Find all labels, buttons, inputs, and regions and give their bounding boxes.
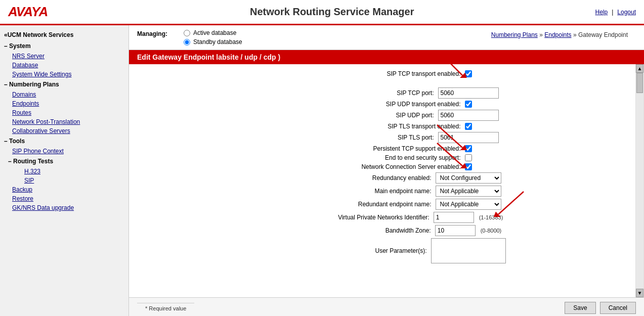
sip-tcp-transport-control — [465, 70, 472, 77]
breadcrumb: Numbering Plans » Endpoints » Gateway En… — [483, 29, 636, 40]
sip-udp-transport-label: SIP UDP transport enabled: — [293, 101, 465, 108]
vpn-id-label: Virtual Private Networks Identifier: — [262, 214, 434, 221]
vpn-id-input[interactable] — [434, 212, 474, 223]
network-connection-checkbox[interactable] — [465, 163, 472, 170]
network-connection-control — [465, 163, 472, 170]
avaya-logo-text: AVAYA — [8, 4, 69, 20]
main-endpoint-row: Main endpoint name: Not Applicable — [129, 186, 635, 197]
scroll-down-button[interactable]: ▼ — [636, 289, 643, 297]
header-sep: | — [612, 9, 613, 16]
main-endpoint-select[interactable]: Not Applicable — [436, 186, 501, 197]
sip-udp-port-label: SIP UDP port: — [266, 112, 438, 119]
user-params-row: User Parameter(s): — [129, 238, 635, 263]
sidebar-item-endpoints[interactable]: Endpoints — [0, 99, 128, 108]
vpn-id-row: Virtual Private Networks Identifier: (1-… — [129, 212, 635, 223]
sip-udp-transport-checkbox[interactable] — [465, 101, 472, 108]
sip-tls-port-label: SIP TLS port: — [266, 134, 438, 141]
sidebar-ucm-section[interactable]: «UCM Network Services — [0, 29, 128, 40]
sidebar-item-collaborative-servers[interactable]: Collaborative Servers — [0, 126, 128, 136]
end-to-end-control — [465, 154, 472, 161]
bandwidth-label: Bandwidth Zone: — [263, 227, 435, 234]
redundant-endpoint-label: Redundant endpoint name: — [264, 201, 436, 208]
standby-database-radio[interactable] — [184, 39, 190, 46]
network-connection-row: Network Connection Server enabled: — [129, 163, 635, 170]
managing-label: Managing: — [137, 29, 167, 37]
active-database-label: Active database — [193, 29, 236, 36]
sip-tcp-port-label: SIP TCP port: — [266, 89, 438, 97]
help-link[interactable]: Help — [595, 9, 608, 16]
breadcrumb-sep2: » — [572, 31, 578, 38]
sip-tcp-transport-checkbox[interactable] — [465, 70, 472, 77]
sip-tls-port-control: 5061 — [438, 132, 499, 143]
form-scroll-area: SIP TCP transport enabled: SIP TCP port: — [129, 64, 635, 297]
end-to-end-checkbox[interactable] — [465, 154, 472, 161]
user-params-textarea[interactable] — [431, 238, 506, 263]
bandwidth-input[interactable] — [435, 225, 476, 236]
vpn-id-control: (1-16383) — [434, 212, 503, 223]
active-database-option[interactable]: Active database — [184, 29, 242, 36]
persistent-tcp-control — [465, 145, 472, 152]
sidebar-item-database[interactable]: Database — [0, 61, 128, 70]
scrollbar[interactable]: ▲ ▼ — [635, 64, 644, 297]
sip-udp-transport-control — [465, 101, 472, 108]
sidebar-item-h323[interactable]: H.323 — [0, 167, 128, 176]
sip-tcp-port-control: 5060 — [438, 87, 499, 99]
sip-udp-transport-row: SIP UDP transport enabled: — [129, 101, 635, 108]
sip-udp-port-control: 5060 — [438, 110, 499, 121]
bandwidth-range: (0-8000) — [481, 228, 502, 234]
save-button[interactable]: Save — [565, 302, 595, 314]
redundant-endpoint-select[interactable]: Not Applicable — [436, 199, 501, 210]
sidebar-item-system-wide[interactable]: System Wide Settings — [0, 70, 128, 79]
sip-tls-port-row: SIP TLS port: 5061 — [129, 132, 635, 143]
standby-database-option[interactable]: Standby database — [184, 38, 242, 46]
redundancy-select[interactable]: Not Configured Applicable Not Applicable — [436, 172, 501, 184]
sidebar-item-backup[interactable]: Backup — [0, 185, 128, 194]
sip-tcp-port-row: SIP TCP port: 5060 — [129, 87, 635, 99]
persistent-tcp-checkbox[interactable] — [465, 145, 472, 152]
sip-tcp-port-input[interactable]: 5060 — [438, 87, 499, 99]
scroll-thumb[interactable] — [636, 73, 643, 93]
scroll-track — [636, 73, 643, 289]
sidebar-item-network-post-translation[interactable]: Network Post-Translation — [0, 117, 128, 126]
breadcrumb-numbering-plans[interactable]: Numbering Plans — [491, 31, 538, 38]
breadcrumb-current: Gateway Endpoint — [578, 31, 628, 38]
redundant-endpoint-control: Not Applicable — [436, 199, 501, 210]
sidebar-item-sip-phone-context[interactable]: SIP Phone Context — [0, 147, 128, 156]
breadcrumb-sep1: » — [538, 31, 544, 38]
scroll-up-button[interactable]: ▲ — [636, 64, 643, 73]
redundancy-row: Redundancy enabled: Not Configured Appli… — [129, 172, 635, 184]
sidebar-item-restore[interactable]: Restore — [0, 194, 128, 203]
sidebar-item-gk-nrs[interactable]: GK/NRS Data upgrade — [0, 203, 128, 212]
logout-link[interactable]: Logout — [617, 9, 636, 16]
header-links: Help | Logout — [595, 9, 636, 16]
sip-udp-port-input[interactable]: 5060 — [438, 110, 499, 121]
user-params-label: User Parameter(s): — [259, 247, 431, 254]
sidebar-item-routes[interactable]: Routes — [0, 108, 128, 117]
sidebar-item-domains[interactable]: Domains — [0, 90, 128, 99]
app-title: Network Routing Service Manager — [69, 6, 595, 18]
sip-tls-transport-control — [465, 123, 472, 130]
sidebar-tools-section: – Tools — [0, 136, 128, 147]
required-note: * Required value — [137, 303, 194, 313]
sidebar-routing-tests-section: Routing Tests — [0, 156, 128, 167]
active-database-radio[interactable] — [184, 30, 190, 36]
main-endpoint-control: Not Applicable — [436, 186, 501, 197]
network-connection-label: Network Connection Server enabled: — [293, 163, 465, 170]
breadcrumb-endpoints[interactable]: Endpoints — [544, 31, 571, 38]
avaya-logo: AVAYA — [8, 4, 69, 20]
sip-tls-port-input[interactable]: 5061 — [438, 132, 499, 143]
sidebar-item-nrs-server[interactable]: NRS Server — [0, 52, 128, 61]
cancel-button[interactable]: Cancel — [600, 302, 636, 314]
sidebar-item-sip[interactable]: SIP — [0, 176, 128, 185]
redundant-endpoint-row: Redundant endpoint name: Not Applicable — [129, 199, 635, 210]
main-endpoint-label: Main endpoint name: — [264, 188, 436, 195]
sip-tls-transport-checkbox[interactable] — [465, 123, 472, 130]
bandwidth-control: (0-8000) — [435, 225, 502, 236]
end-to-end-row: End to end security support: — [129, 154, 635, 161]
user-params-control — [431, 238, 506, 263]
standby-database-label: Standby database — [193, 38, 242, 46]
page-title: Edit Gateway Endpoint labsite / udp / cd… — [129, 50, 644, 64]
redundancy-control: Not Configured Applicable Not Applicable — [436, 172, 501, 184]
bandwidth-row: Bandwidth Zone: (0-8000) — [129, 225, 635, 236]
sip-tls-transport-row: SIP TLS transport enabled: — [129, 123, 635, 130]
